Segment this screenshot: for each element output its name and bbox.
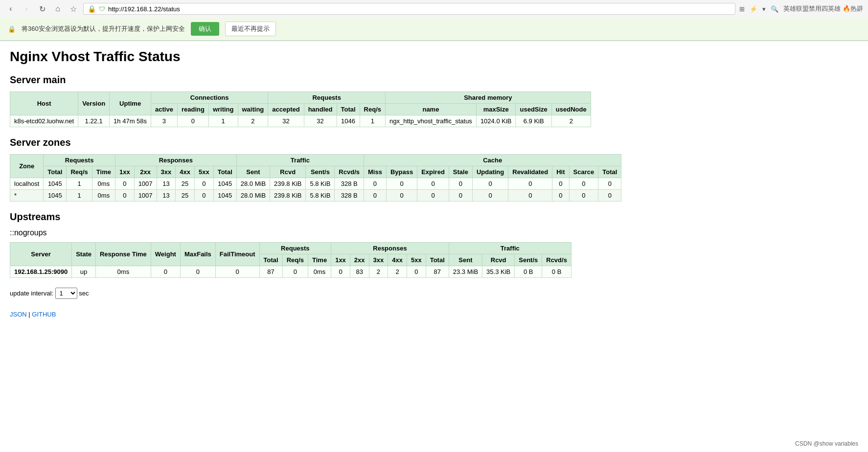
upstreams-section: Upstreams ::nogroups Server State Respon… [10,211,675,278]
up-col-response-time: Response Time [95,243,151,266]
sz-cell-hit: 0 [552,178,569,190]
up-col-time: Time [308,254,331,266]
up-col-sent: Sent [449,254,482,266]
sz-cell-r1xx: 0 [115,178,134,190]
cell-usednode: 2 [551,115,591,127]
cell-uptime: 1h 47m 58s [110,115,151,127]
up-col-maxfails: MaxFails [180,243,215,266]
sz-col-zone: Zone [10,155,44,178]
col-usedsize: usedSize [516,104,551,115]
address-bar-container: 🔒 🛡 [83,3,735,15]
up-cell-rcvdps: 0 B [542,266,571,278]
up-cell-maxfails: 0 [180,266,215,278]
cell-host: k8s-etcd02.luohw.net [10,115,78,127]
col-reading: reading [177,104,208,115]
dismiss-button[interactable]: 最近不再提示 [225,22,276,36]
up-col-failtimeout: FailTimeout [215,243,259,266]
sz-cell-r5xx: 0 [194,178,213,190]
sz-cell-rcvd: 239.8 KiB [270,190,306,202]
sz-cell-r4xx: 25 [176,178,195,190]
home-button[interactable]: ⌂ [52,3,64,15]
sz-col-ctotal: Total [598,166,621,178]
sz-cell-total: 1045 [44,190,67,202]
sz-cell-sent: 28.0 MiB [236,190,270,202]
sz-cell-sentps: 5.8 KiB [306,178,335,190]
sz-col-total: Total [44,166,67,178]
up-cell-rtotal: 87 [426,266,449,278]
security-shield: 🛡 [99,5,105,13]
address-input[interactable] [108,5,731,13]
sz-col-miss: Miss [364,166,387,178]
dropdown-icon: ▾ [762,5,766,13]
up-col-reqps: Req/s [282,254,308,266]
notification-message: 将360安全浏览器设为默认，提升打开速度，保护上网安全 [22,24,185,33]
update-label: update interval: [10,290,53,297]
sz-cell-bypass: 0 [386,190,417,202]
up-cell-rcvd: 35.3 KiB [482,266,515,278]
sz-cell-r1xx: 0 [115,190,134,202]
server-main-section: Server main Host Version Uptime Connecti… [10,74,675,127]
sz-col-rtotal: Total [213,166,236,178]
back-button[interactable]: ‹ [5,3,17,15]
cell-handled: 32 [304,115,337,127]
server-main-title: Server main [10,74,675,86]
search-icon: 🔍 [771,5,778,13]
cell-reqps: 1 [360,115,385,127]
col-usednode: usedNode [551,104,591,115]
server-zones-title: Server zones [10,137,675,148]
update-interval-select[interactable]: 1 2 5 10 [55,288,77,299]
sz-col-rcvd: Rcvd [270,166,306,178]
sz-cell-zone: localhost [10,178,44,190]
col-version: Version [78,92,110,115]
upstreams-title: Upstreams [10,211,675,223]
sz-cell-ctotal: 0 [598,178,621,190]
table-row: 192.168.1.25:9090 up 0ms 0 0 0 87 0 0ms … [10,266,571,278]
sz-cell-r3xx: 13 [157,178,176,190]
sz-col-time: Time [92,166,115,178]
sz-cell-ctotal: 0 [598,190,621,202]
sz-col-r2xx: 2xx [134,166,157,178]
security-icon: 🔒 [88,5,96,13]
sz-cell-reqps: 1 [67,178,92,190]
sz-col-cache: Cache [364,155,621,166]
sz-cell-rtotal: 1045 [213,190,236,202]
col-reqps: Req/s [360,104,385,115]
col-total: Total [337,104,360,115]
up-col-total: Total [259,254,282,266]
confirm-button[interactable]: 确认 [191,22,219,36]
sz-cell-miss: 0 [364,190,387,202]
up-col-requests: Requests [259,243,331,254]
sz-col-r5xx: 5xx [194,166,213,178]
sz-cell-rcvdps: 328 B [335,178,364,190]
sz-cell-zone: * [10,190,44,202]
sz-cell-r2xx: 1007 [134,178,157,190]
sz-cell-revalidated: 0 [508,190,552,202]
json-link[interactable]: JSON [10,311,27,318]
notif-lock-icon: 🔒 [8,25,16,33]
sz-cell-miss: 0 [364,178,387,190]
sz-cell-time: 0ms [92,190,115,202]
sz-col-sent: Sent [236,166,270,178]
sz-cell-scarce: 0 [569,178,598,190]
up-col-traffic: Traffic [449,243,571,254]
cell-version: 1.22.1 [78,115,110,127]
sz-col-scarce: Scarce [569,166,598,178]
sz-cell-rtotal: 1045 [213,178,236,190]
star-button[interactable]: ☆ [68,3,79,15]
sz-cell-stale: 0 [449,178,472,190]
refresh-button[interactable]: ↻ [36,3,48,15]
sz-cell-stale: 0 [449,190,472,202]
sz-cell-hit: 0 [552,190,569,202]
notification-bar: 🔒 将360安全浏览器设为默认，提升打开速度，保护上网安全 确认 最近不再提示 [0,18,868,41]
sz-col-reqps: Req/s [67,166,92,178]
github-link[interactable]: GITHUB [32,311,56,318]
forward-button[interactable]: › [21,3,32,15]
sz-cell-r4xx: 25 [176,190,195,202]
cell-accepted: 32 [268,115,304,127]
page-content: Nginx Vhost Traffic Status Server main H… [0,41,685,326]
up-cell-r2xx: 83 [350,266,369,278]
up-col-sentps: Sent/s [515,254,542,266]
sz-col-expired: Expired [417,166,449,178]
sz-col-r3xx: 3xx [157,166,176,178]
col-handled: handled [304,104,337,115]
